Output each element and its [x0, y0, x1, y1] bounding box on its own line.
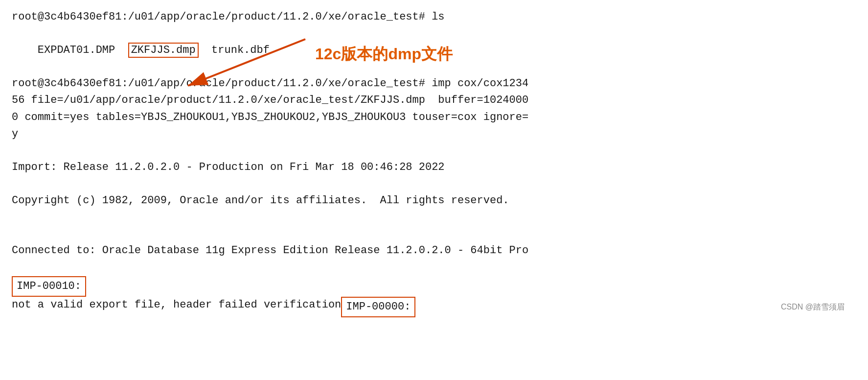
svg-line-1 [188, 39, 305, 86]
terminal-line-3: root@3c4b6430ef81:/u01/app/oracle/produc… [12, 75, 856, 92]
imp-00010-error: IMP-00010: [12, 276, 86, 297]
csdn-watermark: CSDN @踏雪须眉 [781, 301, 845, 313]
terminal-imp-00010: IMP-00010: [12, 276, 856, 297]
terminal-line-5: 0 commit=yes tables=YBJS_ZHOUKOU1,YBJS_Z… [12, 109, 856, 126]
terminal-line-1: root@3c4b6430ef81:/u01/app/oracle/produc… [12, 9, 856, 25]
terminal-blank-3 [12, 209, 856, 226]
terminal-blank-5 [12, 259, 856, 276]
ls-output-expdat: EXPDAT01.DMP [38, 44, 128, 56]
imp-00000-error: IMP-00000: [341, 297, 415, 317]
terminal-duction-line: Connected to: Oracle Database 11g Expres… [12, 242, 856, 259]
annotation-arrow [173, 34, 310, 98]
imp-00000-prefix: not a valid export file, header failed v… [12, 297, 341, 313]
terminal-content: root@3c4b6430ef81:/u01/app/oracle/produc… [12, 9, 856, 317]
terminal-imp-00000: not a valid export file, header failed v… [12, 297, 856, 317]
terminal-blank-4 [12, 226, 856, 242]
terminal-blank-2 [12, 176, 856, 192]
terminal-line-4: 56 file=/u01/app/oracle/product/11.2.0/x… [12, 92, 856, 109]
terminal-line-6: y [12, 126, 856, 142]
terminal-copyright: Copyright (c) 1982, 2009, Oracle and/or … [12, 192, 856, 209]
terminal-import-release: Import: Release 11.2.0.2.0 - Production … [12, 159, 856, 176]
terminal-duction-text: Connected to: Oracle Database 11g Expres… [12, 242, 856, 259]
terminal-blank-1 [12, 142, 856, 159]
annotation-dmp-text: 12c版本的dmp文件 [315, 42, 453, 67]
